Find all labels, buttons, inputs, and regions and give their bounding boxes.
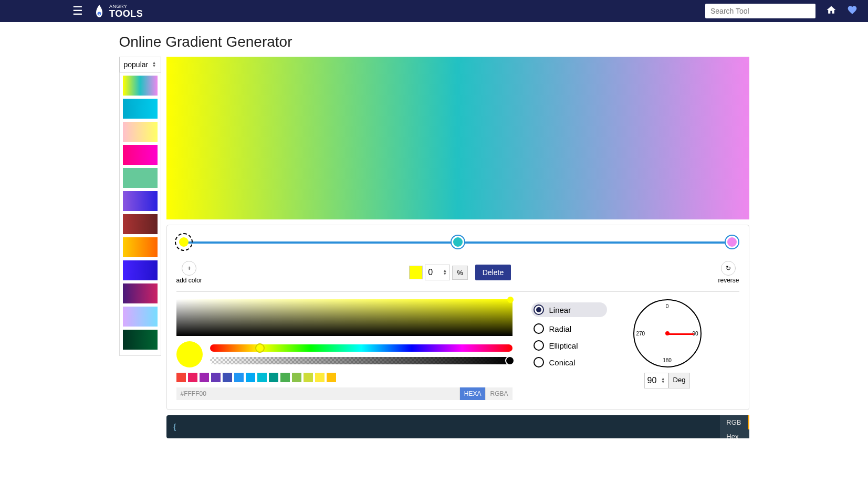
preset-item[interactable] bbox=[123, 260, 158, 280]
color-stop-handle[interactable] bbox=[176, 235, 191, 249]
gradient-type-conical[interactable]: Conical bbox=[534, 357, 607, 367]
page-title: Online Gradient Generator bbox=[119, 34, 749, 50]
angle-unit: Deg bbox=[668, 373, 691, 388]
code-text[interactable]: { bbox=[174, 423, 176, 431]
gradient-preview bbox=[166, 57, 749, 219]
delete-stop-button[interactable]: Delete bbox=[475, 265, 511, 280]
preset-sidebar: popular ▲▼ bbox=[119, 57, 161, 438]
alpha-handle[interactable] bbox=[505, 356, 515, 365]
logo-icon: a bbox=[93, 5, 105, 17]
color-swatch[interactable] bbox=[246, 373, 255, 382]
preset-item[interactable] bbox=[123, 76, 158, 96]
preset-category-select[interactable]: popular ▲▼ bbox=[119, 57, 161, 72]
angle-input[interactable]: 90 ▲▼ bbox=[644, 373, 668, 388]
gradient-type-label: Linear bbox=[549, 306, 571, 314]
color-picker: #FFFF00 HEXA RGBA bbox=[176, 299, 513, 400]
color-swatch[interactable] bbox=[269, 373, 278, 382]
color-swatch[interactable] bbox=[315, 373, 325, 382]
color-stop-handle[interactable] bbox=[725, 235, 739, 249]
gradient-type-label: Radial bbox=[549, 324, 572, 333]
brand-bottom: TOOLS bbox=[109, 9, 143, 18]
radio-icon bbox=[534, 304, 544, 315]
preset-item[interactable] bbox=[123, 283, 158, 303]
dial-hand bbox=[667, 333, 694, 335]
menu-icon[interactable]: ☰ bbox=[72, 4, 83, 18]
stop-controls-row: + add color 0 ▲▼ % Delete bbox=[176, 261, 739, 292]
alpha-slider[interactable] bbox=[210, 357, 513, 364]
color-swatch[interactable] bbox=[304, 373, 313, 382]
gradient-type-elliptical[interactable]: Elliptical bbox=[534, 340, 607, 351]
color-swatch[interactable] bbox=[327, 373, 336, 382]
add-color-button[interactable]: + bbox=[182, 261, 196, 276]
hue-slider[interactable] bbox=[210, 344, 513, 352]
gradient-type-options: LinearRadialEllipticalConical bbox=[534, 299, 607, 400]
preset-item[interactable] bbox=[123, 168, 158, 188]
preset-item[interactable] bbox=[123, 191, 158, 211]
stepper-chevrons-icon: ▲▼ bbox=[443, 269, 447, 276]
preset-swatches bbox=[176, 373, 513, 382]
gradient-type-label: Elliptical bbox=[549, 341, 578, 350]
controls-card: + add color 0 ▲▼ % Delete bbox=[166, 225, 749, 410]
preset-item[interactable] bbox=[123, 237, 158, 257]
preset-category-label: popular bbox=[124, 60, 149, 69]
dial-center bbox=[665, 331, 670, 335]
current-color-chip[interactable] bbox=[409, 266, 423, 279]
color-swatch[interactable] bbox=[223, 373, 232, 382]
plus-icon: + bbox=[187, 265, 191, 272]
stop-position-value: 0 bbox=[428, 268, 433, 277]
dial-tick-270: 270 bbox=[636, 331, 645, 337]
select-chevrons-icon: ▲▼ bbox=[152, 61, 156, 68]
angle-value: 90 bbox=[647, 376, 657, 385]
color-swatch[interactable] bbox=[257, 373, 267, 382]
preset-item[interactable] bbox=[123, 145, 158, 165]
hex-value[interactable]: #FFFF00 bbox=[176, 387, 459, 400]
reverse-button[interactable]: ↻ bbox=[721, 261, 736, 276]
preset-item[interactable] bbox=[123, 214, 158, 234]
angle-control: 0 90 180 270 90 ▲▼ Deg bbox=[628, 299, 707, 400]
code-tab-rgb[interactable]: RGB bbox=[720, 415, 749, 429]
color-swatch[interactable] bbox=[280, 373, 290, 382]
hue-handle[interactable] bbox=[255, 343, 265, 353]
home-icon[interactable] bbox=[826, 5, 836, 18]
svg-text:a: a bbox=[99, 13, 100, 16]
dial-tick-180: 180 bbox=[663, 358, 672, 363]
radio-icon bbox=[534, 340, 544, 351]
color-swatch[interactable] bbox=[234, 373, 244, 382]
color-format-row: #FFFF00 HEXA RGBA bbox=[176, 387, 513, 400]
logo[interactable]: a ANGRY TOOLS bbox=[93, 4, 143, 18]
dial-tick-0: 0 bbox=[666, 303, 669, 309]
preset-item[interactable] bbox=[123, 330, 158, 350]
add-color-label: add color bbox=[176, 277, 202, 284]
gradient-type-label: Conical bbox=[549, 358, 576, 367]
reverse-label: reverse bbox=[718, 277, 739, 284]
code-tab-hex[interactable]: Hex bbox=[720, 429, 749, 438]
heart-icon[interactable] bbox=[847, 5, 857, 18]
color-swatch[interactable] bbox=[292, 373, 301, 382]
stop-position-unit: % bbox=[452, 266, 468, 280]
preset-item[interactable] bbox=[123, 307, 158, 327]
gradient-type-linear[interactable]: Linear bbox=[531, 302, 607, 317]
radio-icon bbox=[534, 357, 544, 367]
reverse-icon: ↻ bbox=[726, 265, 731, 272]
gradient-type-radial[interactable]: Radial bbox=[534, 323, 607, 334]
preset-item[interactable] bbox=[123, 122, 158, 142]
code-format-tabs: RGBHex bbox=[720, 415, 749, 438]
saturation-cursor[interactable] bbox=[507, 297, 514, 303]
preset-item[interactable] bbox=[123, 99, 158, 119]
color-stop-slider[interactable] bbox=[176, 235, 739, 250]
css-output: { RGBHex bbox=[166, 415, 749, 438]
color-swatch[interactable] bbox=[200, 373, 209, 382]
color-swatch[interactable] bbox=[188, 373, 197, 382]
angle-dial[interactable]: 0 90 180 270 bbox=[633, 299, 702, 367]
stepper-chevrons-icon: ▲▼ bbox=[661, 377, 665, 384]
radio-icon bbox=[534, 323, 544, 334]
search-input[interactable] bbox=[705, 4, 815, 18]
format-hexa-button[interactable]: HEXA bbox=[459, 387, 486, 400]
saturation-box[interactable] bbox=[176, 299, 513, 336]
color-stop-handle[interactable] bbox=[451, 235, 465, 249]
format-rgba-button[interactable]: RGBA bbox=[485, 387, 512, 400]
preset-list[interactable] bbox=[119, 72, 161, 356]
color-swatch[interactable] bbox=[176, 373, 186, 382]
color-swatch[interactable] bbox=[211, 373, 221, 382]
stop-position-input[interactable]: 0 ▲▼ bbox=[425, 265, 450, 280]
